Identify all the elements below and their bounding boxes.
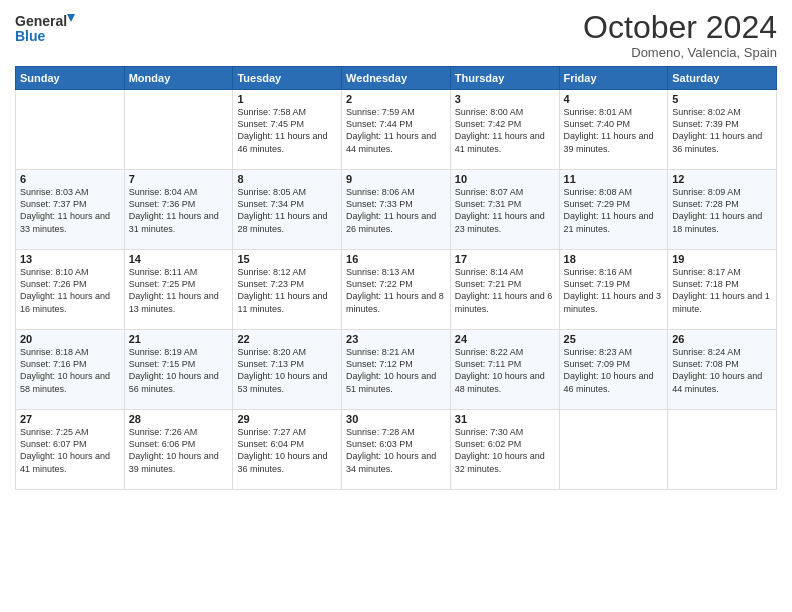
day-cell: 26Sunrise: 8:24 AM Sunset: 7:08 PM Dayli…: [668, 330, 777, 410]
day-detail: Sunrise: 8:05 AM Sunset: 7:34 PM Dayligh…: [237, 186, 337, 235]
logo-svg: GeneralBlue: [15, 10, 75, 46]
day-detail: Sunrise: 8:19 AM Sunset: 7:15 PM Dayligh…: [129, 346, 229, 395]
day-number: 11: [564, 173, 664, 185]
day-detail: Sunrise: 8:09 AM Sunset: 7:28 PM Dayligh…: [672, 186, 772, 235]
day-cell: 28Sunrise: 7:26 AM Sunset: 6:06 PM Dayli…: [124, 410, 233, 490]
day-cell: 19Sunrise: 8:17 AM Sunset: 7:18 PM Dayli…: [668, 250, 777, 330]
day-cell: 16Sunrise: 8:13 AM Sunset: 7:22 PM Dayli…: [342, 250, 451, 330]
logo: GeneralBlue: [15, 10, 75, 46]
day-cell: 17Sunrise: 8:14 AM Sunset: 7:21 PM Dayli…: [450, 250, 559, 330]
day-number: 28: [129, 413, 229, 425]
day-detail: Sunrise: 8:06 AM Sunset: 7:33 PM Dayligh…: [346, 186, 446, 235]
day-cell: 2Sunrise: 7:59 AM Sunset: 7:44 PM Daylig…: [342, 90, 451, 170]
day-number: 17: [455, 253, 555, 265]
day-detail: Sunrise: 7:27 AM Sunset: 6:04 PM Dayligh…: [237, 426, 337, 475]
day-detail: Sunrise: 8:07 AM Sunset: 7:31 PM Dayligh…: [455, 186, 555, 235]
day-number: 18: [564, 253, 664, 265]
day-number: 14: [129, 253, 229, 265]
week-row-3: 13Sunrise: 8:10 AM Sunset: 7:26 PM Dayli…: [16, 250, 777, 330]
day-cell: 18Sunrise: 8:16 AM Sunset: 7:19 PM Dayli…: [559, 250, 668, 330]
day-number: 25: [564, 333, 664, 345]
day-number: 23: [346, 333, 446, 345]
day-cell: 21Sunrise: 8:19 AM Sunset: 7:15 PM Dayli…: [124, 330, 233, 410]
day-detail: Sunrise: 8:18 AM Sunset: 7:16 PM Dayligh…: [20, 346, 120, 395]
day-number: 2: [346, 93, 446, 105]
day-cell: 25Sunrise: 8:23 AM Sunset: 7:09 PM Dayli…: [559, 330, 668, 410]
day-number: 12: [672, 173, 772, 185]
day-detail: Sunrise: 8:17 AM Sunset: 7:18 PM Dayligh…: [672, 266, 772, 315]
subtitle: Domeno, Valencia, Spain: [583, 45, 777, 60]
day-cell: 3Sunrise: 8:00 AM Sunset: 7:42 PM Daylig…: [450, 90, 559, 170]
day-number: 3: [455, 93, 555, 105]
day-cell: [124, 90, 233, 170]
day-cell: 10Sunrise: 8:07 AM Sunset: 7:31 PM Dayli…: [450, 170, 559, 250]
day-number: 9: [346, 173, 446, 185]
day-number: 24: [455, 333, 555, 345]
day-detail: Sunrise: 8:16 AM Sunset: 7:19 PM Dayligh…: [564, 266, 664, 315]
day-detail: Sunrise: 8:02 AM Sunset: 7:39 PM Dayligh…: [672, 106, 772, 155]
day-number: 8: [237, 173, 337, 185]
day-cell: 29Sunrise: 7:27 AM Sunset: 6:04 PM Dayli…: [233, 410, 342, 490]
col-header-monday: Monday: [124, 67, 233, 90]
day-number: 21: [129, 333, 229, 345]
day-cell: 14Sunrise: 8:11 AM Sunset: 7:25 PM Dayli…: [124, 250, 233, 330]
col-header-friday: Friday: [559, 67, 668, 90]
day-cell: 20Sunrise: 8:18 AM Sunset: 7:16 PM Dayli…: [16, 330, 125, 410]
col-header-thursday: Thursday: [450, 67, 559, 90]
day-number: 16: [346, 253, 446, 265]
day-detail: Sunrise: 8:20 AM Sunset: 7:13 PM Dayligh…: [237, 346, 337, 395]
day-cell: 23Sunrise: 8:21 AM Sunset: 7:12 PM Dayli…: [342, 330, 451, 410]
day-number: 13: [20, 253, 120, 265]
day-detail: Sunrise: 7:26 AM Sunset: 6:06 PM Dayligh…: [129, 426, 229, 475]
day-cell: 12Sunrise: 8:09 AM Sunset: 7:28 PM Dayli…: [668, 170, 777, 250]
day-detail: Sunrise: 8:03 AM Sunset: 7:37 PM Dayligh…: [20, 186, 120, 235]
week-row-1: 1Sunrise: 7:58 AM Sunset: 7:45 PM Daylig…: [16, 90, 777, 170]
day-cell: 7Sunrise: 8:04 AM Sunset: 7:36 PM Daylig…: [124, 170, 233, 250]
svg-text:General: General: [15, 13, 67, 29]
day-cell: 6Sunrise: 8:03 AM Sunset: 7:37 PM Daylig…: [16, 170, 125, 250]
day-number: 4: [564, 93, 664, 105]
svg-text:Blue: Blue: [15, 28, 46, 44]
day-detail: Sunrise: 8:00 AM Sunset: 7:42 PM Dayligh…: [455, 106, 555, 155]
day-number: 22: [237, 333, 337, 345]
day-number: 10: [455, 173, 555, 185]
day-cell: [668, 410, 777, 490]
svg-marker-2: [67, 14, 75, 22]
header: GeneralBlue October 2024 Domeno, Valenci…: [15, 10, 777, 60]
day-detail: Sunrise: 8:13 AM Sunset: 7:22 PM Dayligh…: [346, 266, 446, 315]
day-cell: 8Sunrise: 8:05 AM Sunset: 7:34 PM Daylig…: [233, 170, 342, 250]
day-number: 30: [346, 413, 446, 425]
day-number: 1: [237, 93, 337, 105]
day-detail: Sunrise: 7:58 AM Sunset: 7:45 PM Dayligh…: [237, 106, 337, 155]
col-header-wednesday: Wednesday: [342, 67, 451, 90]
week-row-4: 20Sunrise: 8:18 AM Sunset: 7:16 PM Dayli…: [16, 330, 777, 410]
day-cell: 31Sunrise: 7:30 AM Sunset: 6:02 PM Dayli…: [450, 410, 559, 490]
week-row-2: 6Sunrise: 8:03 AM Sunset: 7:37 PM Daylig…: [16, 170, 777, 250]
day-detail: Sunrise: 7:59 AM Sunset: 7:44 PM Dayligh…: [346, 106, 446, 155]
day-number: 26: [672, 333, 772, 345]
week-row-5: 27Sunrise: 7:25 AM Sunset: 6:07 PM Dayli…: [16, 410, 777, 490]
day-cell: 15Sunrise: 8:12 AM Sunset: 7:23 PM Dayli…: [233, 250, 342, 330]
day-cell: 5Sunrise: 8:02 AM Sunset: 7:39 PM Daylig…: [668, 90, 777, 170]
day-detail: Sunrise: 7:28 AM Sunset: 6:03 PM Dayligh…: [346, 426, 446, 475]
day-detail: Sunrise: 8:08 AM Sunset: 7:29 PM Dayligh…: [564, 186, 664, 235]
day-cell: 11Sunrise: 8:08 AM Sunset: 7:29 PM Dayli…: [559, 170, 668, 250]
day-number: 5: [672, 93, 772, 105]
day-cell: 1Sunrise: 7:58 AM Sunset: 7:45 PM Daylig…: [233, 90, 342, 170]
day-detail: Sunrise: 8:04 AM Sunset: 7:36 PM Dayligh…: [129, 186, 229, 235]
day-detail: Sunrise: 8:24 AM Sunset: 7:08 PM Dayligh…: [672, 346, 772, 395]
day-detail: Sunrise: 8:11 AM Sunset: 7:25 PM Dayligh…: [129, 266, 229, 315]
day-number: 31: [455, 413, 555, 425]
day-number: 15: [237, 253, 337, 265]
day-detail: Sunrise: 8:10 AM Sunset: 7:26 PM Dayligh…: [20, 266, 120, 315]
day-detail: Sunrise: 7:25 AM Sunset: 6:07 PM Dayligh…: [20, 426, 120, 475]
day-cell: 9Sunrise: 8:06 AM Sunset: 7:33 PM Daylig…: [342, 170, 451, 250]
col-header-saturday: Saturday: [668, 67, 777, 90]
day-detail: Sunrise: 8:23 AM Sunset: 7:09 PM Dayligh…: [564, 346, 664, 395]
page: GeneralBlue October 2024 Domeno, Valenci…: [0, 0, 792, 612]
day-detail: Sunrise: 7:30 AM Sunset: 6:02 PM Dayligh…: [455, 426, 555, 475]
day-cell: 13Sunrise: 8:10 AM Sunset: 7:26 PM Dayli…: [16, 250, 125, 330]
day-detail: Sunrise: 8:14 AM Sunset: 7:21 PM Dayligh…: [455, 266, 555, 315]
day-cell: [16, 90, 125, 170]
col-header-sunday: Sunday: [16, 67, 125, 90]
